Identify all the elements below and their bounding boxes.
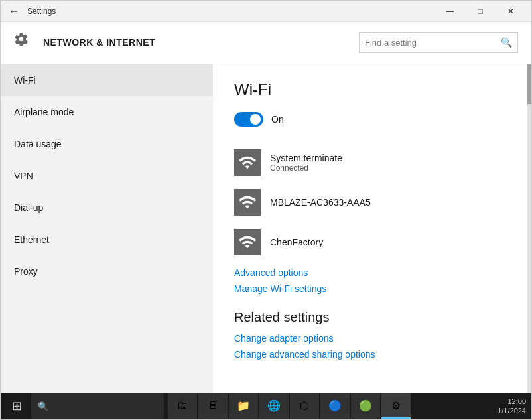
taskbar-app-7[interactable]: 🟢 [351, 393, 380, 419]
taskbar-app-3[interactable]: 📁 [229, 393, 258, 419]
sidebar-item-dialup[interactable]: Dial-up [1, 192, 213, 224]
manage-wifi-link[interactable]: Manage Wi-Fi settings [234, 283, 506, 294]
taskbar-app-5[interactable]: ⬡ [290, 393, 319, 419]
sidebar-item-airplane-label: Airplane mode [14, 107, 74, 117]
taskbar-app-2[interactable]: 🖥 [198, 393, 228, 419]
taskbar-app-1[interactable]: 🗂 [168, 393, 197, 419]
network-item-chenfactory[interactable]: ChenFactory [234, 222, 506, 262]
sidebar-item-proxy[interactable]: Proxy [1, 255, 213, 287]
main-content: Wi-Fi On System.terminate Connected [213, 64, 527, 393]
taskbar-time: 12:00 1/1/2024 [498, 397, 526, 416]
title-bar-controls: — □ ✕ [434, 1, 526, 22]
taskbar-app-4[interactable]: 🌐 [259, 393, 289, 419]
search-taskbar-button[interactable]: 🔍 [31, 393, 164, 419]
sidebar-item-wifi[interactable]: Wi-Fi [1, 64, 213, 96]
maximize-button[interactable]: □ [465, 1, 496, 22]
close-button[interactable]: ✕ [496, 1, 526, 22]
search-icon-button[interactable]: 🔍 [501, 37, 512, 48]
sidebar-item-vpn-label: VPN [14, 171, 33, 181]
sidebar-item-data[interactable]: Data usage [1, 128, 213, 160]
network-item-system-terminate[interactable]: System.terminate Connected [234, 143, 506, 182]
sidebar-item-data-label: Data usage [14, 139, 62, 149]
sidebar-item-ethernet-label: Ethernet [14, 234, 49, 245]
network-info-mblaze: MBLAZE-AC3633-AAA5 [270, 197, 371, 208]
network-name-chenfactory: ChenFactory [270, 237, 323, 247]
title-bar-left: ← Settings [6, 5, 434, 17]
sidebar-item-wifi-label: Wi-Fi [14, 75, 36, 86]
sidebar-item-airplane[interactable]: Airplane mode [1, 96, 213, 128]
wifi-icon-mblaze [234, 189, 261, 216]
network-info-chenfactory: ChenFactory [270, 237, 323, 247]
toggle-label: On [271, 114, 284, 125]
wifi-toggle-row: On [234, 112, 506, 127]
scrollbar[interactable] [527, 64, 531, 393]
taskbar-app-8[interactable]: ⚙ [381, 393, 411, 419]
sidebar-item-dialup-label: Dial-up [14, 202, 43, 213]
sidebar-item-ethernet[interactable]: Ethernet [1, 224, 213, 255]
change-sharing-link[interactable]: Change advanced sharing options [234, 349, 506, 360]
wifi-icon-system-terminate [234, 149, 261, 176]
advanced-options-link[interactable]: Advanced options [234, 267, 506, 278]
toggle-knob [250, 114, 261, 125]
title-bar-title: Settings [27, 7, 56, 16]
network-name-system-terminate: System.terminate [270, 153, 342, 163]
settings-icon [14, 32, 35, 53]
taskbar-sys: 12:00 1/1/2024 [498, 397, 526, 416]
minimize-button[interactable]: — [434, 1, 465, 22]
network-status-system-terminate: Connected [270, 163, 342, 173]
wifi-toggle[interactable] [234, 112, 263, 127]
taskbar-apps: 🗂 🖥 📁 🌐 ⬡ 🔵 🟢 ⚙ [168, 393, 496, 419]
change-adapter-link[interactable]: Change adapter options [234, 333, 506, 344]
header-title: NETWORK & INTERNET [43, 37, 359, 48]
taskbar: ⊞ 🔍 🗂 🖥 📁 🌐 ⬡ 🔵 🟢 ⚙ 12:00 1/1/2024 [1, 393, 531, 419]
sidebar: Wi-Fi Airplane mode Data usage VPN Dial-… [1, 64, 213, 393]
sidebar-item-proxy-label: Proxy [14, 266, 38, 277]
wifi-section-title: Wi-Fi [234, 80, 506, 99]
related-settings-title: Related settings [234, 310, 506, 325]
search-input[interactable] [365, 38, 501, 48]
wifi-icon-chenfactory [234, 229, 261, 255]
back-button[interactable]: ← [6, 5, 22, 17]
search-box: 🔍 [359, 32, 518, 53]
app-header: NETWORK & INTERNET 🔍 [1, 22, 531, 64]
scrollbar-thumb[interactable] [527, 64, 531, 104]
network-info-system-terminate: System.terminate Connected [270, 153, 342, 173]
app-window: ← Settings — □ ✕ NETWORK & INTERNET 🔍 Wi… [0, 0, 532, 420]
taskbar-app-6[interactable]: 🔵 [320, 393, 350, 419]
app-body: Wi-Fi Airplane mode Data usage VPN Dial-… [1, 64, 531, 393]
network-name-mblaze: MBLAZE-AC3633-AAA5 [270, 197, 371, 208]
sidebar-item-vpn[interactable]: VPN [1, 160, 213, 192]
title-bar: ← Settings — □ ✕ [1, 1, 531, 22]
network-item-mblaze[interactable]: MBLAZE-AC3633-AAA5 [234, 182, 506, 222]
start-button[interactable]: ⊞ [3, 393, 30, 419]
